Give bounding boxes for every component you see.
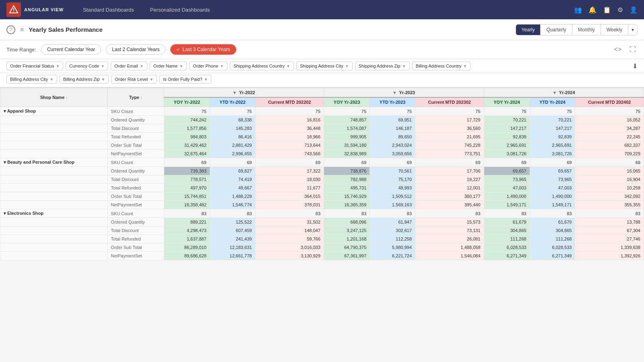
data-cell: 16,365,359	[324, 201, 370, 209]
time-btn-last2[interactable]: Last 2 Calendar Years	[106, 44, 165, 55]
profile-icon[interactable]: 👤	[630, 6, 638, 14]
shop-name-cell	[0, 192, 108, 201]
svg-point-2	[13, 11, 14, 12]
period-btn-more[interactable]: ▾	[628, 25, 637, 35]
data-cell: 16,358,482	[164, 201, 210, 209]
nav-standard-dashboards[interactable]: Standard Dashboards	[80, 5, 137, 14]
data-cell: 713,644	[255, 141, 324, 150]
data-cell: 75	[575, 107, 644, 116]
type-cell: Order Sub Total	[107, 192, 164, 201]
type-cell: SKU Count	[107, 107, 164, 116]
data-cell: 1,201,168	[324, 235, 370, 243]
filter-order-risk[interactable]: Order Risk Level ▼	[111, 75, 157, 84]
filter-label: Order Name	[153, 64, 178, 68]
year-header-2024[interactable]: ▼ Yr-2024	[484, 88, 644, 98]
data-cell: 69	[370, 158, 415, 167]
data-cell: 83	[484, 209, 530, 218]
filter-fully-paid[interactable]: Is Order Fully Paid? ▼	[159, 75, 211, 84]
data-cell: 31,502	[255, 218, 324, 226]
data-cell: 92,839	[484, 133, 530, 141]
data-cell: 682,337	[575, 141, 644, 150]
data-cell: 86,289,010	[164, 243, 210, 252]
data-cell: 125,522	[210, 218, 255, 226]
year-header-2023[interactable]: ▼ Yr-2023	[324, 88, 484, 98]
filter-order-email[interactable]: Order Email ▼	[111, 62, 147, 70]
filter-shipping-country[interactable]: Shipping Address Country ▼	[230, 62, 294, 70]
filter-label: Shipping Address City	[300, 64, 343, 68]
filter-bar-row1: Order Financial Status ▼ Currency Code ▼…	[0, 59, 644, 73]
data-cell: 999,905	[324, 133, 370, 141]
notifications-icon[interactable]: 🔔	[588, 6, 597, 14]
code-view-icon[interactable]: <>	[612, 44, 623, 55]
data-cell: 1,488,058	[415, 243, 484, 252]
filter-shipping-city[interactable]: Shipping Address City ▼	[296, 62, 353, 70]
filter-currency-code[interactable]: Currency Code ▼	[66, 62, 108, 70]
data-cell: 355,355	[575, 201, 644, 209]
data-cell: 984,803	[164, 133, 210, 141]
data-cell: 112,258	[370, 235, 415, 243]
col-header-shop-name[interactable]: Shop Name ↕	[0, 88, 108, 107]
data-cell: 47,003	[484, 184, 530, 192]
period-btn-yearly[interactable]: Yearly	[516, 25, 541, 35]
data-cell: 83	[324, 209, 370, 218]
filter-shipping-zip[interactable]: Shipping Address Zip ▼	[355, 62, 410, 70]
shop-name-cell: ▾ Electronics Shop	[0, 209, 108, 218]
data-cell: 782,988	[324, 175, 370, 184]
period-btn-weekly[interactable]: Weekly	[601, 25, 628, 35]
time-btn-current[interactable]: Current Calendar Year	[41, 44, 101, 55]
data-cell: 12,001	[415, 184, 484, 192]
period-btn-quarterly[interactable]: Quarterly	[541, 25, 572, 35]
table-row: ▾ Electronics ShopSKU Count8383838383838…	[0, 209, 644, 218]
fullscreen-icon[interactable]: ⛶	[628, 44, 638, 55]
data-cell: 1,339,638	[575, 243, 644, 252]
help-icon[interactable]: ?	[6, 25, 15, 34]
filter-icon: ▼	[140, 64, 144, 68]
data-table-container[interactable]: Shop Name ↕ Type ↕ ▼ Yr-2022 ▼ Yr-2023 ▼…	[0, 88, 644, 355]
filter-icon: ▼	[345, 64, 349, 68]
period-btn-monthly[interactable]: Monthly	[572, 25, 601, 35]
type-cell: Ordered Quantity	[107, 167, 164, 175]
data-cell: 146,187	[370, 124, 415, 133]
time-btn-last3[interactable]: Last 3 Calendar Years	[170, 44, 236, 55]
col-ytd-2024: YTD Yr-2024	[530, 97, 575, 107]
filter-label: Billing Address City	[10, 77, 48, 82]
dashboard-settings-icon[interactable]: ≡	[20, 26, 24, 33]
data-cell: 6,271,349	[530, 252, 575, 260]
year-header-2022[interactable]: ▼ Yr-2022	[164, 88, 324, 98]
users-icon[interactable]: 👥	[574, 6, 582, 14]
data-cell: 83	[255, 209, 324, 218]
shop-name-cell	[0, 141, 108, 150]
data-cell: 61,947	[370, 218, 415, 226]
filter-billing-city[interactable]: Billing Address City ▼	[6, 75, 57, 84]
col-header-type[interactable]: Type ↕	[107, 88, 164, 107]
data-cell: 2,965,691	[530, 141, 575, 150]
data-cell: 241,439	[210, 235, 255, 243]
table-row: ▾ Apparel ShopSKU Count75757575757575757…	[0, 107, 644, 116]
nav-personalized-dashboards[interactable]: Personalized Dashboards	[147, 5, 213, 14]
settings-icon[interactable]: ⚙	[617, 6, 623, 14]
data-cell: 15,573	[415, 218, 484, 226]
table-row: Ordered Quantity889,221125,52231,502668,…	[0, 218, 644, 226]
table-row: Total Discount778,57174,41918,030782,988…	[0, 175, 644, 184]
data-cell: 83	[575, 209, 644, 218]
filter-label: Order Phone	[193, 64, 218, 68]
export-icon[interactable]: ⬇	[632, 62, 638, 70]
filter-order-name[interactable]: Order Name ▼	[150, 62, 187, 70]
type-cell: Order Sub Total	[107, 141, 164, 150]
data-cell: 36,560	[415, 124, 484, 133]
data-cell: 3,059,656	[370, 150, 415, 158]
data-cell: 745,228	[415, 141, 484, 150]
filter-billing-zip[interactable]: Billing Address Zip ▼	[60, 75, 109, 84]
shop-name-cell	[0, 150, 108, 158]
data-cell: 17,729	[415, 116, 484, 124]
filter-order-phone[interactable]: Order Phone ▼	[189, 62, 227, 70]
data-cell: 739,383	[164, 167, 210, 175]
data-cell: 1,549,171	[530, 201, 575, 209]
filter-icon: ▼	[286, 64, 290, 68]
shop-name-cell	[0, 243, 108, 252]
filter-billing-country[interactable]: Billing Address Country ▼	[412, 62, 471, 70]
clipboard-icon[interactable]: 📋	[603, 6, 611, 14]
filter-order-financial-status[interactable]: Order Financial Status ▼	[6, 62, 63, 70]
period-buttons: Yearly Quarterly Monthly Weekly ▾	[516, 24, 638, 35]
type-cell: Ordered Quantity	[107, 218, 164, 226]
